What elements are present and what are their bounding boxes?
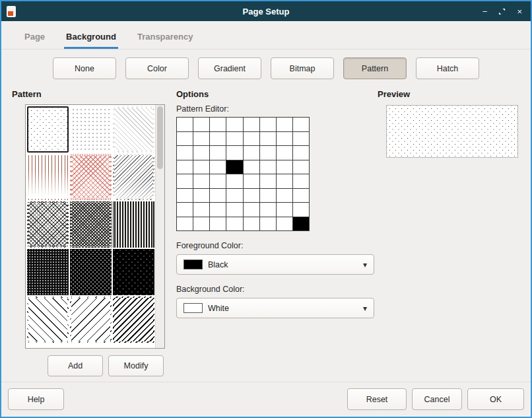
pattern-editor-cell-2-2[interactable]	[210, 146, 226, 160]
pattern-swatch-5[interactable]	[70, 154, 112, 200]
pattern-editor-cell-3-3[interactable]	[226, 160, 242, 174]
pattern-editor-cell-1-7[interactable]	[293, 132, 309, 146]
pattern-list[interactable]	[25, 104, 165, 349]
pattern-swatch-9[interactable]	[113, 201, 154, 248]
pattern-swatch-6[interactable]	[113, 154, 154, 200]
pattern-swatch-12[interactable]	[113, 249, 154, 295]
restore-button[interactable]	[498, 8, 506, 15]
pattern-editor-cell-1-1[interactable]	[193, 132, 209, 146]
pattern-editor-cell-0-4[interactable]	[244, 118, 259, 131]
tab-transparency[interactable]: Transparency	[135, 28, 195, 49]
pattern-editor-cell-0-5[interactable]	[260, 118, 276, 131]
pattern-editor-cell-5-6[interactable]	[277, 189, 292, 203]
pattern-editor-cell-4-5[interactable]	[260, 174, 276, 188]
pattern-editor-cell-3-5[interactable]	[260, 160, 276, 174]
pattern-editor-cell-1-0[interactable]	[177, 132, 193, 146]
reset-button[interactable]: Reset	[347, 388, 407, 410]
pattern-editor-cell-0-7[interactable]	[293, 118, 309, 131]
pattern-editor-cell-4-6[interactable]	[277, 174, 292, 188]
fill-type-color-button[interactable]: Color	[125, 57, 189, 79]
pattern-editor-cell-0-1[interactable]	[193, 118, 209, 131]
pattern-editor-cell-7-4[interactable]	[244, 217, 259, 231]
pattern-editor-cell-0-0[interactable]	[177, 118, 193, 131]
fill-type-none-button[interactable]: None	[53, 57, 116, 79]
modify-button[interactable]: Modify	[108, 355, 164, 376]
ok-button[interactable]: OK	[467, 388, 524, 410]
pattern-swatch-7[interactable]	[27, 201, 69, 248]
close-button[interactable]: ×	[517, 7, 522, 16]
pattern-list-scrollbar[interactable]	[155, 105, 164, 348]
pattern-editor-cell-6-6[interactable]	[277, 203, 292, 217]
pattern-editor-cell-7-6[interactable]	[277, 217, 292, 231]
fill-type-gradient-button[interactable]: Gradient	[198, 57, 261, 79]
pattern-editor-cell-2-0[interactable]	[177, 146, 193, 160]
fill-type-pattern-button[interactable]: Pattern	[343, 57, 407, 79]
pattern-editor-cell-4-1[interactable]	[193, 174, 209, 188]
pattern-swatch-14[interactable]	[70, 296, 112, 343]
pattern-editor-cell-0-6[interactable]	[277, 118, 292, 131]
pattern-editor-cell-2-5[interactable]	[260, 146, 276, 160]
pattern-editor-cell-2-3[interactable]	[226, 146, 242, 160]
pattern-editor-cell-1-5[interactable]	[260, 132, 276, 146]
pattern-editor-cell-5-5[interactable]	[260, 189, 276, 203]
pattern-editor-cell-7-5[interactable]	[260, 217, 276, 231]
pattern-editor-cell-3-2[interactable]	[210, 160, 226, 174]
minimize-button[interactable]: −	[482, 7, 488, 16]
fill-type-bitmap-button[interactable]: Bitmap	[271, 57, 334, 79]
pattern-editor-cell-0-3[interactable]	[226, 118, 242, 131]
pattern-editor-cell-0-2[interactable]	[210, 118, 226, 131]
cancel-button[interactable]: Cancel	[412, 388, 462, 410]
background-color-select[interactable]: White ▾	[176, 298, 374, 318]
pattern-swatch-10[interactable]	[27, 249, 69, 295]
pattern-editor-cell-1-2[interactable]	[210, 132, 226, 146]
pattern-swatch-15[interactable]	[113, 296, 154, 343]
pattern-editor-cell-5-4[interactable]	[244, 189, 259, 203]
pattern-editor-cell-2-7[interactable]	[293, 146, 309, 160]
pattern-editor-cell-6-2[interactable]	[210, 203, 226, 217]
pattern-editor-cell-7-7[interactable]	[293, 217, 309, 231]
pattern-editor-cell-1-6[interactable]	[277, 132, 292, 146]
pattern-editor-cell-5-7[interactable]	[293, 189, 309, 203]
pattern-editor-cell-1-4[interactable]	[244, 132, 259, 146]
pattern-editor-cell-7-0[interactable]	[177, 217, 193, 231]
pattern-editor-cell-1-3[interactable]	[226, 132, 242, 146]
tab-page[interactable]: Page	[22, 28, 47, 49]
pattern-editor-cell-2-6[interactable]	[277, 146, 292, 160]
pattern-editor-cell-6-0[interactable]	[177, 203, 193, 217]
pattern-editor-cell-2-4[interactable]	[244, 146, 259, 160]
pattern-editor-cell-6-1[interactable]	[193, 203, 209, 217]
pattern-editor-cell-4-3[interactable]	[226, 174, 242, 188]
pattern-editor-cell-4-7[interactable]	[293, 174, 309, 188]
scrollbar-thumb[interactable]	[157, 106, 163, 169]
pattern-swatch-2[interactable]	[70, 106, 112, 153]
fill-type-hatch-button[interactable]: Hatch	[416, 57, 479, 79]
pattern-editor-cell-4-2[interactable]	[210, 174, 226, 188]
pattern-swatch-8[interactable]	[70, 201, 112, 248]
tab-background[interactable]: Background	[64, 28, 118, 49]
pattern-editor-cell-7-1[interactable]	[193, 217, 209, 231]
pattern-editor-cell-7-2[interactable]	[210, 217, 226, 231]
pattern-editor-cell-5-2[interactable]	[210, 189, 226, 203]
pattern-editor-cell-2-1[interactable]	[193, 146, 209, 160]
pattern-swatch-11[interactable]	[70, 249, 112, 295]
pattern-editor-cell-6-3[interactable]	[226, 203, 242, 217]
pattern-swatch-3[interactable]	[113, 106, 154, 153]
pattern-swatch-1[interactable]	[27, 106, 69, 153]
pattern-editor-cell-3-7[interactable]	[293, 160, 309, 174]
add-button[interactable]: Add	[48, 355, 103, 376]
pattern-editor-cell-3-6[interactable]	[277, 160, 292, 174]
pattern-editor-cell-3-1[interactable]	[193, 160, 209, 174]
pattern-editor-cell-5-1[interactable]	[193, 189, 209, 203]
pattern-swatch-13[interactable]	[27, 296, 69, 343]
pattern-editor-cell-4-0[interactable]	[177, 174, 193, 188]
pattern-editor-cell-3-4[interactable]	[244, 160, 259, 174]
pattern-editor-cell-7-3[interactable]	[226, 217, 242, 231]
pattern-editor-cell-6-7[interactable]	[293, 203, 309, 217]
pattern-editor-cell-6-5[interactable]	[260, 203, 276, 217]
pattern-editor-cell-3-0[interactable]	[177, 160, 193, 174]
foreground-color-select[interactable]: Black ▾	[176, 254, 374, 275]
pattern-editor-cell-5-3[interactable]	[226, 189, 242, 203]
pattern-editor-cell-6-4[interactable]	[244, 203, 259, 217]
pattern-swatch-4[interactable]	[27, 154, 69, 200]
help-button[interactable]: Help	[8, 388, 64, 410]
